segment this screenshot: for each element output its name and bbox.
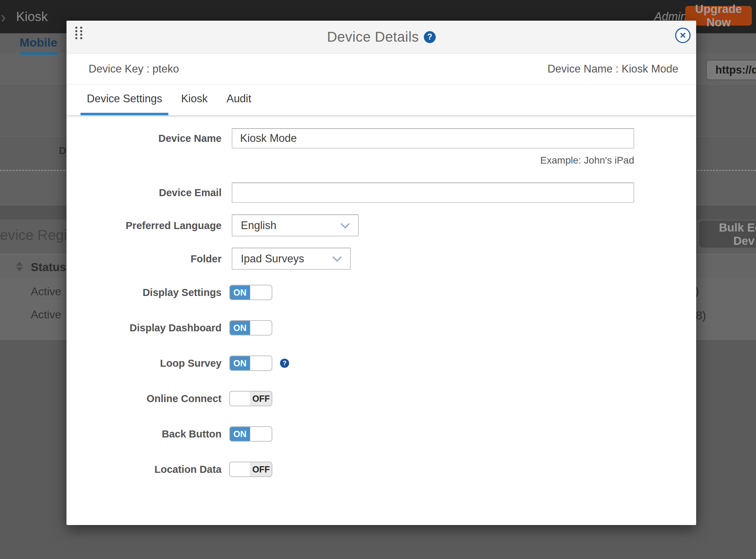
breadcrumb-chevron-icon: › <box>1 8 6 26</box>
tab-audit[interactable]: Audit <box>220 84 258 115</box>
display-dashboard-toggle[interactable]: ON <box>229 320 272 336</box>
display-dashboard-label: Display Dashboard <box>82 322 222 334</box>
folder-value: Ipad Surveys <box>241 253 304 265</box>
toggle-state-label: ON <box>230 285 250 299</box>
device-details-modal: Device Details ? ✕ Device Key : pteko De… <box>66 21 696 525</box>
device-name-label: Device Name <box>82 133 222 144</box>
device-name-hint: Example: John's iPad <box>232 155 634 166</box>
modal-header: Device Details ? ✕ <box>66 21 696 54</box>
bg-section-heading-fragment: evice Registr <box>0 227 66 243</box>
folder-select[interactable]: Ipad Surveys <box>232 248 351 270</box>
toggle-state-label: ON <box>230 427 250 441</box>
online-connect-label: Online Connect <box>82 393 222 405</box>
device-name-text: Device Name : Kiosk Mode <box>547 63 678 75</box>
page-title: Kiosk <box>16 9 48 24</box>
table-row-status: Active <box>31 285 61 298</box>
device-email-label: Device Email <box>82 187 222 199</box>
tab-kiosk[interactable]: Kiosk <box>175 84 214 115</box>
bg-device-label-fragment: De <box>59 145 66 157</box>
modal-tab-bar: Device Settings Kiosk Audit <box>66 84 696 116</box>
chevron-down-icon <box>332 256 342 262</box>
toggle-state-label: ON <box>230 356 250 370</box>
device-email-input[interactable] <box>232 182 634 203</box>
toggle-state-label: ON <box>230 321 250 335</box>
drag-handle-icon[interactable] <box>75 27 82 39</box>
toggle-state-label: OFF <box>250 392 272 406</box>
status-column-header[interactable]: Status <box>31 261 66 274</box>
device-name-input[interactable] <box>232 128 634 149</box>
device-summary-row: Device Key : pteko Device Name : Kiosk M… <box>66 54 696 84</box>
loop-survey-help-icon[interactable]: ? <box>280 359 289 368</box>
display-settings-label: Display Settings <box>82 287 222 298</box>
display-settings-toggle[interactable]: ON <box>229 285 272 300</box>
table-row-status: Active <box>31 308 61 321</box>
online-connect-toggle[interactable]: OFF <box>229 391 272 406</box>
preferred-language-value: English <box>241 219 276 232</box>
sort-icon[interactable] <box>16 262 23 271</box>
location-data-label: Location Data <box>82 464 222 475</box>
bulk-edit-devices-button[interactable]: Bulk Edit Dev <box>699 221 756 248</box>
folder-label: Folder <box>82 253 222 264</box>
tab-mobile[interactable]: Mobile <box>20 36 57 55</box>
table-row-fragment: 8) <box>696 309 706 322</box>
device-key-text: Device Key : pteko <box>89 63 179 75</box>
preferred-language-label: Preferred Language <box>82 220 222 231</box>
loop-survey-label: Loop Survey <box>82 358 222 369</box>
back-button-toggle[interactable]: ON <box>229 426 272 442</box>
preferred-language-select[interactable]: English <box>232 214 359 236</box>
modal-title: Device Details <box>327 29 419 45</box>
loop-survey-toggle[interactable]: ON <box>229 356 272 371</box>
device-settings-form: Device Name Example: John's iPad Device … <box>66 116 696 525</box>
url-input[interactable]: https://qa.c <box>706 60 756 80</box>
help-icon[interactable]: ? <box>424 31 436 43</box>
close-icon[interactable]: ✕ <box>675 28 691 43</box>
tab-device-settings[interactable]: Device Settings <box>80 84 168 115</box>
chevron-down-icon <box>340 222 350 229</box>
location-data-toggle[interactable]: OFF <box>229 462 272 477</box>
back-button-label: Back Button <box>82 428 222 440</box>
toggle-state-label: OFF <box>250 462 272 476</box>
